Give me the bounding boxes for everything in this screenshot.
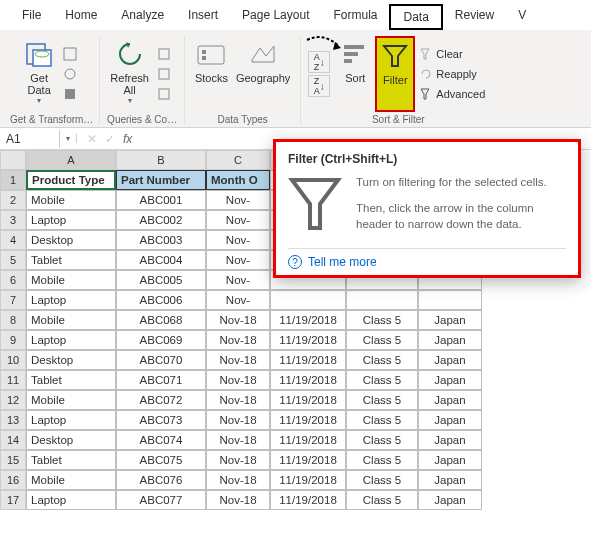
cell[interactable]: Laptop bbox=[26, 290, 116, 310]
cell[interactable]: Laptop bbox=[26, 210, 116, 230]
row-header[interactable]: 1 bbox=[0, 170, 26, 190]
cell[interactable]: Desktop bbox=[26, 230, 116, 250]
cell[interactable]: Class 5 bbox=[346, 390, 418, 410]
sort-az-button[interactable]: AZ↓ bbox=[308, 51, 330, 73]
row-header[interactable]: 12 bbox=[0, 390, 26, 410]
cell[interactable]: Tablet bbox=[26, 250, 116, 270]
cell[interactable]: ABC072 bbox=[116, 390, 206, 410]
cell[interactable]: ABC074 bbox=[116, 430, 206, 450]
enter-icon[interactable]: ✓ bbox=[105, 132, 115, 146]
cell[interactable]: 11/19/2018 bbox=[270, 410, 346, 430]
cell[interactable]: Japan bbox=[418, 310, 482, 330]
tab-data[interactable]: Data bbox=[389, 4, 442, 30]
row-header[interactable]: 6 bbox=[0, 270, 26, 290]
cell[interactable]: Class 5 bbox=[346, 470, 418, 490]
cell[interactable]: 11/19/2018 bbox=[270, 470, 346, 490]
cell[interactable]: Class 5 bbox=[346, 310, 418, 330]
cell[interactable]: Class 5 bbox=[346, 330, 418, 350]
cell[interactable]: Part Number bbox=[116, 170, 206, 190]
cell[interactable]: Nov-18 bbox=[206, 370, 270, 390]
tab-page-layout[interactable]: Page Layout bbox=[230, 4, 321, 30]
row-header[interactable]: 3 bbox=[0, 210, 26, 230]
reapply-button[interactable]: Reapply bbox=[415, 64, 489, 84]
advanced-button[interactable]: Advanced bbox=[415, 84, 489, 104]
cell[interactable]: Laptop bbox=[26, 330, 116, 350]
cell[interactable]: Tablet bbox=[26, 370, 116, 390]
cell[interactable]: Japan bbox=[418, 410, 482, 430]
cell[interactable]: Product Type bbox=[26, 170, 116, 190]
tab-file[interactable]: File bbox=[10, 4, 53, 30]
cell[interactable]: ABC001 bbox=[116, 190, 206, 210]
col-header-a[interactable]: A bbox=[26, 150, 116, 170]
properties-button[interactable] bbox=[153, 64, 178, 84]
cell[interactable]: Tablet bbox=[26, 450, 116, 470]
edit-links-button[interactable] bbox=[153, 84, 178, 104]
cell[interactable]: 11/19/2018 bbox=[270, 430, 346, 450]
cell[interactable]: 11/19/2018 bbox=[270, 450, 346, 470]
cell[interactable]: ABC004 bbox=[116, 250, 206, 270]
cell[interactable]: Japan bbox=[418, 490, 482, 510]
cell[interactable]: Class 5 bbox=[346, 450, 418, 470]
cell[interactable]: Class 5 bbox=[346, 430, 418, 450]
from-web-button[interactable] bbox=[59, 64, 84, 84]
chevron-down-icon[interactable]: ▾ bbox=[60, 134, 77, 143]
row-header[interactable]: 13 bbox=[0, 410, 26, 430]
cell[interactable]: ABC075 bbox=[116, 450, 206, 470]
cell[interactable]: Mobile bbox=[26, 190, 116, 210]
sort-za-button[interactable]: ZA↓ bbox=[308, 75, 330, 97]
cell[interactable]: Japan bbox=[418, 390, 482, 410]
fx-button[interactable]: fx bbox=[123, 132, 132, 146]
cell[interactable]: Mobile bbox=[26, 390, 116, 410]
clear-button[interactable]: Clear bbox=[415, 44, 489, 64]
name-box[interactable]: A1 bbox=[0, 130, 60, 148]
row-header[interactable]: 4 bbox=[0, 230, 26, 250]
row-header[interactable]: 9 bbox=[0, 330, 26, 350]
cell[interactable]: Japan bbox=[418, 370, 482, 390]
cell[interactable]: Nov-18 bbox=[206, 470, 270, 490]
row-header[interactable]: 16 bbox=[0, 470, 26, 490]
cell[interactable]: Nov- bbox=[206, 190, 270, 210]
tab-review[interactable]: Review bbox=[443, 4, 506, 30]
cell[interactable]: 11/19/2018 bbox=[270, 310, 346, 330]
tab-home[interactable]: Home bbox=[53, 4, 109, 30]
cell[interactable] bbox=[270, 290, 346, 310]
cell[interactable]: Nov-18 bbox=[206, 310, 270, 330]
tab-formula[interactable]: Formula bbox=[321, 4, 389, 30]
cell[interactable]: Mobile bbox=[26, 310, 116, 330]
cell[interactable]: 11/19/2018 bbox=[270, 390, 346, 410]
cell[interactable] bbox=[346, 290, 418, 310]
row-header[interactable]: 8 bbox=[0, 310, 26, 330]
geography-button[interactable]: Geography bbox=[232, 36, 294, 112]
cell[interactable]: Nov- bbox=[206, 270, 270, 290]
cell[interactable]: Nov- bbox=[206, 290, 270, 310]
cell[interactable]: Laptop bbox=[26, 410, 116, 430]
cell[interactable]: 11/19/2018 bbox=[270, 350, 346, 370]
sort-button[interactable]: Sort bbox=[335, 36, 375, 112]
row-header[interactable]: 14 bbox=[0, 430, 26, 450]
cell[interactable]: Nov- bbox=[206, 230, 270, 250]
row-header[interactable]: 5 bbox=[0, 250, 26, 270]
tell-me-more-link[interactable]: ? Tell me more bbox=[288, 248, 566, 269]
tab-insert[interactable]: Insert bbox=[176, 4, 230, 30]
cell[interactable]: ABC071 bbox=[116, 370, 206, 390]
row-header[interactable]: 15 bbox=[0, 450, 26, 470]
cell[interactable] bbox=[418, 290, 482, 310]
cell[interactable]: 11/19/2018 bbox=[270, 490, 346, 510]
row-header[interactable]: 10 bbox=[0, 350, 26, 370]
cell[interactable]: ABC005 bbox=[116, 270, 206, 290]
cell[interactable]: Desktop bbox=[26, 350, 116, 370]
cell[interactable]: Month O bbox=[206, 170, 270, 190]
cell[interactable]: Class 5 bbox=[346, 350, 418, 370]
cell[interactable]: ABC068 bbox=[116, 310, 206, 330]
cancel-icon[interactable]: ✕ bbox=[87, 132, 97, 146]
from-range-button[interactable] bbox=[59, 84, 84, 104]
cell[interactable]: ABC076 bbox=[116, 470, 206, 490]
row-header[interactable]: 2 bbox=[0, 190, 26, 210]
cell[interactable]: ABC069 bbox=[116, 330, 206, 350]
cell[interactable]: Nov-18 bbox=[206, 450, 270, 470]
cell[interactable]: Nov-18 bbox=[206, 490, 270, 510]
cell[interactable]: Mobile bbox=[26, 270, 116, 290]
cell[interactable]: Japan bbox=[418, 450, 482, 470]
select-all-corner[interactable] bbox=[0, 150, 26, 170]
cell[interactable]: 11/19/2018 bbox=[270, 370, 346, 390]
